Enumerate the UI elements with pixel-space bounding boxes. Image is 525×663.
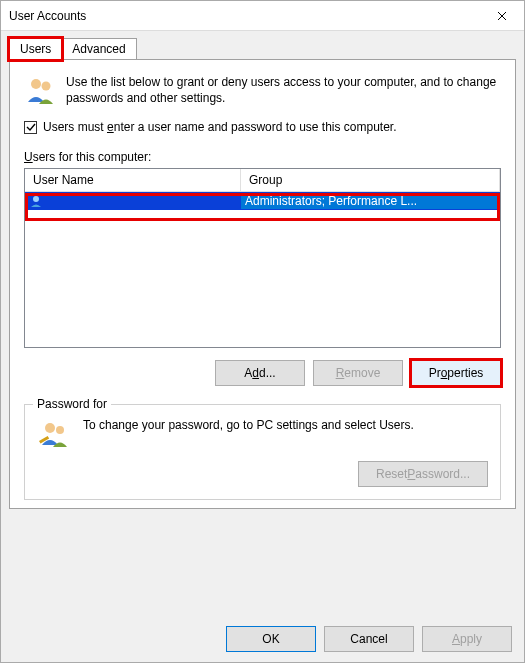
list-row[interactable]: Administrators; Performance L... <box>25 192 500 210</box>
svg-point-0 <box>31 79 41 89</box>
ok-button[interactable]: OK <box>226 626 316 652</box>
close-icon <box>497 11 507 21</box>
titlebar: User Accounts <box>1 1 524 31</box>
properties-button[interactable]: Properties <box>411 360 501 386</box>
user-icon <box>29 194 43 208</box>
cell-username <box>25 193 241 209</box>
dialog-buttons: OK Cancel Apply <box>226 626 512 652</box>
intro-text: Use the list below to grant or deny user… <box>66 74 501 106</box>
cancel-button[interactable]: Cancel <box>324 626 414 652</box>
check-icon <box>26 122 36 132</box>
reset-password-button: Reset Password... <box>358 461 488 487</box>
require-login-checkbox[interactable] <box>24 121 37 134</box>
key-users-icon <box>37 417 71 451</box>
users-icon <box>24 74 56 106</box>
add-button[interactable]: Add... <box>215 360 305 386</box>
col-header-group[interactable]: Group <box>241 169 500 191</box>
password-group: Password for To change your password, go… <box>24 404 501 500</box>
users-list[interactable]: User Name Group Administrators; Performa… <box>24 168 501 348</box>
tab-advanced[interactable]: Advanced <box>61 38 136 60</box>
col-header-username[interactable]: User Name <box>25 169 241 191</box>
require-login-row[interactable]: Users must enter a user name and passwor… <box>24 120 501 134</box>
close-button[interactable] <box>479 1 524 31</box>
svg-point-1 <box>42 82 51 91</box>
users-list-label: Users for this computer: <box>24 150 501 164</box>
list-header: User Name Group <box>25 169 500 192</box>
password-group-text: To change your password, go to PC settin… <box>83 417 414 433</box>
tab-panel: Use the list below to grant or deny user… <box>9 59 516 509</box>
remove-button: Remove <box>313 360 403 386</box>
window-title: User Accounts <box>9 9 479 23</box>
tab-strip: Users Advanced <box>1 31 524 59</box>
cell-group: Administrators; Performance L... <box>241 193 500 209</box>
intro-row: Use the list below to grant or deny user… <box>24 74 501 106</box>
svg-point-3 <box>45 423 55 433</box>
list-buttons: Add... Remove Properties <box>24 360 501 386</box>
require-login-label: Users must enter a user name and passwor… <box>43 120 397 134</box>
svg-point-4 <box>56 426 64 434</box>
svg-point-2 <box>33 196 39 202</box>
tab-users[interactable]: Users <box>9 38 62 60</box>
password-group-label: Password for <box>33 397 111 411</box>
apply-button: Apply <box>422 626 512 652</box>
user-accounts-dialog: User Accounts Users Advanced Use the lis… <box>0 0 525 663</box>
